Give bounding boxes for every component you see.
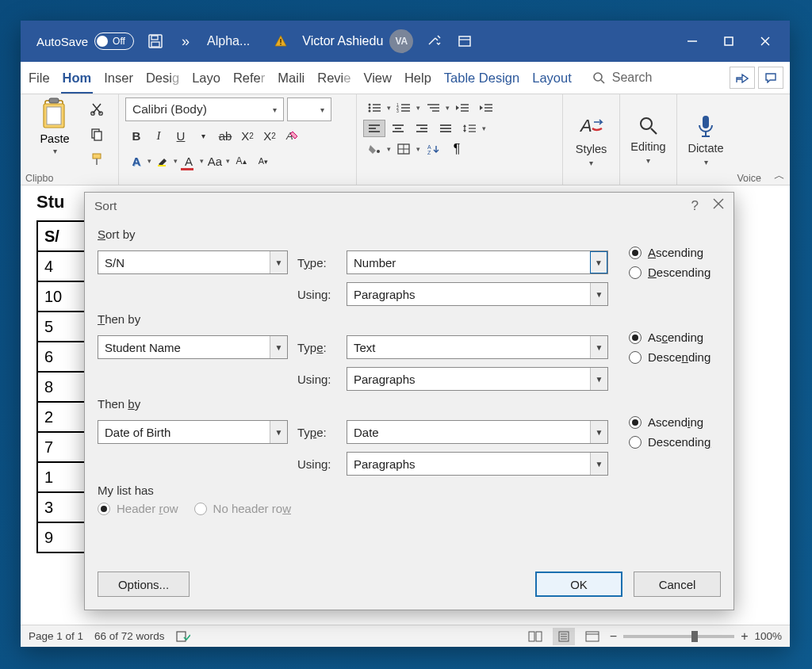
change-case-button[interactable]: Aa: [204, 150, 226, 172]
close-icon[interactable]: [713, 198, 724, 214]
then-by-field-combo[interactable]: Student Name ▼: [98, 335, 288, 359]
align-center-icon[interactable]: [387, 120, 409, 137]
collapse-ribbon-icon[interactable]: ︿: [774, 169, 785, 183]
options-button[interactable]: Options...: [98, 572, 190, 597]
text-effects-button[interactable]: A: [125, 150, 147, 172]
tab-references[interactable]: Refer: [227, 62, 271, 94]
tab-home[interactable]: Hom: [56, 62, 98, 94]
web-layout-icon[interactable]: [581, 628, 603, 645]
paste-label[interactable]: Paste: [40, 132, 69, 145]
superscript-button[interactable]: X2: [259, 124, 281, 147]
print-layout-icon[interactable]: [553, 628, 575, 645]
find-icon: [638, 115, 660, 137]
tab-mailings[interactable]: Maili: [271, 62, 311, 94]
highlight-button[interactable]: [151, 150, 174, 172]
then-by2-type-combo[interactable]: Date ▼: [347, 420, 608, 444]
then-by2-field-combo[interactable]: Date of Birth ▼: [98, 420, 288, 444]
subscript-button[interactable]: X2: [236, 124, 259, 147]
editing-button[interactable]: Editing ▾: [620, 94, 677, 185]
format-painter-icon[interactable]: [86, 148, 108, 170]
italic-button[interactable]: I: [147, 124, 170, 147]
tab-help[interactable]: Help: [398, 62, 438, 94]
then-by-type-combo[interactable]: Text ▼: [347, 335, 608, 359]
minimize-button[interactable]: [674, 25, 710, 57]
line-spacing-icon[interactable]: [458, 120, 481, 137]
ok-button[interactable]: OK: [535, 572, 622, 597]
sort-by-descending-radio[interactable]: Descending: [629, 266, 710, 279]
svg-point-11: [594, 73, 602, 81]
cancel-button[interactable]: Cancel: [634, 572, 721, 597]
spellcheck-icon[interactable]: [176, 630, 190, 643]
sort-by-type-combo[interactable]: Number ▼: [347, 250, 608, 274]
then-by-descending-radio[interactable]: Descending: [629, 350, 710, 364]
underline-button[interactable]: U: [170, 124, 192, 147]
share-button[interactable]: [730, 67, 755, 89]
tab-design[interactable]: Desig: [140, 62, 186, 94]
multilevel-icon[interactable]: [422, 99, 444, 117]
justify-icon[interactable]: [435, 120, 457, 137]
font-color-button[interactable]: A: [178, 150, 200, 172]
close-button[interactable]: [747, 25, 783, 57]
svg-point-69: [641, 118, 652, 129]
dictate-button[interactable]: Dictate ▾: [677, 94, 734, 185]
search-box[interactable]: Search: [592, 71, 653, 85]
bold-button[interactable]: B: [125, 124, 147, 147]
save-icon[interactable]: [145, 31, 166, 52]
show-marks-icon[interactable]: ¶: [446, 140, 468, 158]
shading-icon[interactable]: [363, 140, 385, 158]
tab-table-design[interactable]: Table Design: [438, 62, 526, 94]
grow-font-icon[interactable]: A▴: [230, 150, 252, 172]
then-by-using-combo[interactable]: Paragraphs ▼: [347, 367, 608, 391]
more-qat-icon[interactable]: »: [175, 31, 196, 52]
zoom-slider[interactable]: [623, 635, 734, 638]
decrease-indent-icon[interactable]: [451, 99, 473, 117]
comments-button[interactable]: [758, 67, 783, 89]
word-count[interactable]: 66 of 72 words: [94, 630, 165, 642]
read-mode-icon[interactable]: [524, 628, 546, 645]
chevron-down-icon[interactable]: ▾: [192, 124, 214, 147]
font-name-combo[interactable]: Calibri (Body)▾: [125, 97, 284, 121]
tab-review[interactable]: Revie: [311, 62, 357, 94]
strikethrough-button[interactable]: ab: [214, 124, 236, 147]
sort-icon[interactable]: AZ: [422, 140, 444, 158]
increase-indent-icon[interactable]: [475, 99, 497, 117]
tab-layout-ctx[interactable]: Layout: [526, 62, 578, 94]
then-by-ascending-radio[interactable]: Ascending: [629, 331, 710, 344]
then-by-using-value: Paragraphs: [347, 373, 590, 386]
chevron-down-icon[interactable]: ▾: [53, 147, 57, 155]
clear-format-icon[interactable]: A: [281, 124, 303, 147]
borders-icon[interactable]: [393, 140, 415, 158]
autosave-toggle[interactable]: AutoSave Off: [36, 32, 134, 50]
sort-by-field-combo[interactable]: S/N ▼: [98, 250, 288, 274]
zoom-in-button[interactable]: +: [741, 629, 748, 644]
font-size-combo[interactable]: ▾: [287, 97, 331, 121]
mode-switch-icon[interactable]: [424, 31, 445, 52]
zoom-out-button[interactable]: −: [610, 629, 617, 644]
cut-icon[interactable]: [86, 97, 108, 120]
styles-button[interactable]: A Styles ▾: [563, 94, 620, 185]
status-bar: Page 1 of 1 66 of 72 words − + 100%: [21, 625, 790, 647]
help-icon[interactable]: ?: [691, 198, 699, 214]
bullets-icon[interactable]: [363, 99, 385, 117]
then-by2-descending-radio[interactable]: Descending: [629, 435, 710, 449]
align-right-icon[interactable]: [411, 120, 433, 137]
avatar[interactable]: VA: [389, 29, 413, 53]
page-indicator[interactable]: Page 1 of 1: [29, 630, 83, 642]
ribbon-display-icon[interactable]: [454, 31, 475, 52]
tab-insert[interactable]: Inser: [98, 62, 140, 94]
tab-view[interactable]: View: [357, 62, 397, 94]
sort-by-ascending-radio[interactable]: Ascending: [629, 246, 710, 259]
then-by2-ascending-radio[interactable]: Ascending: [629, 415, 710, 429]
maximize-button[interactable]: [710, 25, 747, 57]
tab-file[interactable]: File: [22, 62, 56, 94]
dialog-titlebar: Sort ?: [85, 193, 733, 220]
align-left-icon[interactable]: [363, 120, 385, 137]
sort-by-using-combo[interactable]: Paragraphs ▼: [347, 282, 608, 306]
zoom-level[interactable]: 100%: [754, 630, 782, 642]
shrink-font-icon[interactable]: A▾: [252, 150, 274, 172]
user-name: Victor Ashiedu: [302, 34, 383, 48]
tab-layout[interactable]: Layo: [186, 62, 227, 94]
then-by2-using-combo[interactable]: Paragraphs ▼: [347, 452, 608, 476]
numbering-icon[interactable]: 123: [393, 99, 415, 117]
copy-icon[interactable]: [86, 123, 108, 145]
